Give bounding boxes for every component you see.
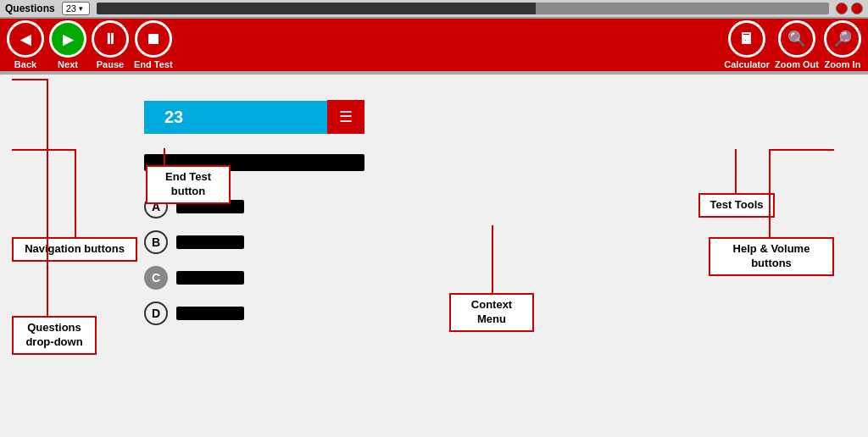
line-test-tools-v [735,149,737,195]
end-test-label: End Test [134,59,173,69]
end-test-button[interactable]: End Test [134,20,173,69]
answer-c[interactable]: C [144,266,168,290]
line-nav-h [12,149,75,151]
back-label: Back [14,59,36,69]
answer-b-text-redacted [176,235,244,249]
window-close-button[interactable] [836,3,848,14]
pause-label: Pause [97,59,124,69]
annotation-end-test: End Test button [146,165,231,204]
next-button[interactable]: Next [49,20,86,69]
zoom-out-icon [778,20,815,58]
pause-button[interactable]: Pause [92,20,129,69]
back-icon [7,20,44,58]
answer-b[interactable]: B [144,230,168,254]
dropdown-arrow: ▾ [79,4,83,13]
progress-bar-fill [97,3,536,14]
toolbar-right: Calculator Zoom Out Zoom In [724,20,861,69]
answer-c-text-redacted [176,271,244,285]
progress-bar [97,3,829,14]
annotation-end-test-text: End Test button [165,170,211,197]
question-number-box: 23 [144,101,327,134]
line-questions-v [47,79,48,318]
annotation-test-tools: Test Tools [698,193,775,218]
question-number-display: 23 [66,3,76,14]
toolbar: Back Next Pause End Test Calculator Zoom… [0,19,868,71]
zoom-in-label: Zoom In [825,59,861,69]
zoom-out-label: Zoom Out [775,59,819,69]
next-icon [49,20,86,58]
next-label: Next [58,59,78,69]
line-help-v [769,149,771,239]
line-questions-h [12,79,47,80]
calculator-icon [728,20,765,58]
annotation-context-menu: Context Menu [449,293,534,332]
zoom-out-button[interactable]: Zoom Out [775,20,819,69]
window-minimize-button[interactable] [851,3,863,14]
calculator-button[interactable]: Calculator [724,20,770,69]
annotation-nav-buttons: Navigation buttons [12,237,137,262]
annotation-questions: Questions drop-down [12,316,97,355]
line-nav-v [75,149,76,238]
annotation-help-volume: Help & Volume buttons [709,237,834,276]
window-controls [836,3,863,14]
top-bar: Questions 23 ▾ [0,0,868,19]
zoom-in-button[interactable]: Zoom In [824,20,861,69]
app-title: Questions [5,3,55,14]
pause-icon [92,20,129,58]
annotation-context-text: Context Menu [471,298,512,325]
annotation-help-volume-text: Help & Volume buttons [733,242,810,269]
annotation-nav-text: Navigation buttons [25,242,125,255]
question-text-area: ? [144,154,868,171]
back-button[interactable]: Back [7,20,44,69]
answer-d[interactable]: D [144,301,168,325]
question-header: 23 ☰ [144,100,364,134]
calculator-label: Calculator [724,59,770,69]
annotation-questions-text: Questions drop-down [25,321,82,348]
context-menu-button[interactable]: ☰ [327,100,364,134]
line-help-h [770,149,834,151]
answer-d-text-redacted [176,307,244,320]
toolbar-left: Back Next Pause End Test [7,20,173,69]
end-test-icon [135,20,172,58]
annotation-test-tools-text: Test Tools [709,198,763,211]
line-end-test [164,148,165,167]
questions-dropdown[interactable]: 23 ▾ [62,2,90,15]
line-context-v [492,225,493,295]
zoom-in-icon [824,20,861,58]
main-content: 23 ☰ ? A B C D End Test button Navigatio… [0,75,868,317]
